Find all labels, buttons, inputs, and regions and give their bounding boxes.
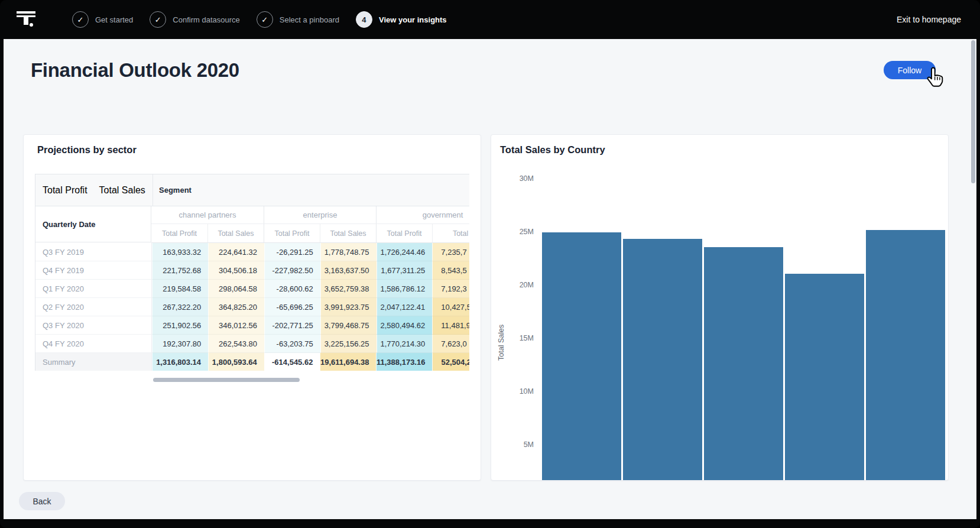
column-headers: channel partnersenterprisegovernmentTota…	[151, 206, 469, 243]
table-cell[interactable]: 163,933.32	[152, 243, 208, 261]
table-card: Projections by sector Total ProfitTotal …	[23, 134, 481, 481]
table-row: Q4 FY 2020192,307.80262,543.80-63,203.75…	[35, 335, 469, 353]
table-cell[interactable]: 3,652,759.38	[320, 280, 377, 298]
table-cell[interactable]: 346,012.56	[208, 316, 264, 335]
measure-header: Total Sales	[432, 224, 469, 242]
table-cell[interactable]: 1,586,786.12	[377, 280, 433, 298]
y-axis-label: Total Sales	[497, 304, 507, 381]
table-cell[interactable]: 221,752.68	[152, 261, 208, 280]
measure-header: Total Profit	[151, 224, 207, 242]
table-cell[interactable]: 192,307.80	[152, 335, 208, 353]
wizard-step[interactable]: 4View your insights	[356, 11, 447, 28]
measure-header: Total Profit	[264, 224, 320, 242]
table-cell[interactable]: 7,235,7	[432, 243, 469, 261]
table-cell[interactable]: 7,623,0	[432, 335, 469, 353]
table-cell[interactable]: 3,163,637.50	[320, 261, 377, 280]
table-cell[interactable]: 219,584.58	[152, 280, 208, 298]
chart-bar[interactable]	[785, 274, 864, 480]
table-cell[interactable]: 3,225,156.25	[320, 335, 377, 353]
y-axis-tick-label: 25M	[508, 228, 534, 236]
table-subheader-rows: Quarterly Datechannel partnersenterprise…	[35, 206, 469, 243]
table-cell[interactable]: 7,192,3	[432, 280, 469, 298]
group-header-row: channel partnersenterprisegovernment	[151, 206, 469, 224]
table-cell[interactable]: 2,580,494.62	[377, 316, 433, 335]
table-cell[interactable]: 1,770,214.30	[377, 335, 433, 353]
wizard-topbar: ✓Get started✓Confirm datasource✓Select a…	[0, 0, 980, 39]
table-cell[interactable]: -28,600.62	[264, 280, 320, 298]
table-cell[interactable]: 10,427,5	[432, 298, 469, 316]
y-axis-tick-label: 10M	[508, 387, 534, 396]
table-cell[interactable]: -227,982.50	[264, 261, 320, 280]
y-axis-tick-label: 5M	[508, 440, 534, 449]
table-cell[interactable]: 298,064.58	[208, 280, 264, 298]
chart-bar[interactable]	[623, 239, 702, 480]
table-row: Q2 FY 2020267,322.20364,825.20-65,696.25…	[35, 298, 469, 316]
table-row: Summary1,316,803.141,800,593.64-614,545.…	[35, 353, 469, 371]
table-cell[interactable]: 3,799,468.75	[320, 316, 377, 335]
corner-header-label: Total Sales	[99, 185, 145, 196]
measure-header-row: Total ProfitTotal SalesTotal ProfitTotal…	[151, 224, 469, 243]
measure-header: Total Sales	[320, 224, 376, 242]
check-icon: ✓	[150, 11, 166, 28]
page-title: Financial Outlook 2020	[31, 59, 239, 82]
wizard-step[interactable]: ✓Get started	[72, 11, 133, 28]
chart-bar[interactable]	[704, 247, 783, 480]
exit-to-homepage-link[interactable]: Exit to homepage	[897, 15, 961, 24]
table-cell[interactable]: -202,771.25	[264, 316, 320, 335]
chart-card-title: Total Sales by Country	[500, 144, 605, 156]
table-cell[interactable]: 267,322.20	[152, 298, 208, 316]
group-header: enterprise	[264, 206, 376, 223]
table-cell[interactable]: 3,991,923.75	[320, 298, 377, 316]
corner-header-label: Total Profit	[43, 185, 87, 196]
table-row: Q3 FY 2019163,933.32224,641.32-26,291.25…	[35, 243, 469, 261]
table-row: Q3 FY 2020251,902.56346,012.56-202,771.2…	[35, 316, 469, 335]
table-cell[interactable]: 2,047,122.41	[377, 298, 433, 316]
thoughtspot-logo-icon	[17, 11, 37, 28]
table-cell[interactable]: 364,825.20	[208, 298, 264, 316]
step-label: Select a pinboard	[280, 15, 339, 24]
table-cell[interactable]: -26,291.25	[264, 243, 320, 261]
row-label: Q1 FY 2020	[35, 280, 152, 298]
group-header: channel partners	[151, 206, 264, 223]
step-number: 4	[356, 11, 372, 28]
table-cell[interactable]: 1,316,803.14	[152, 353, 208, 371]
table-horizontal-scrollbar	[35, 377, 469, 383]
table-header-row: Total ProfitTotal SalesSegment	[35, 174, 469, 206]
table-horizontal-scrollbar-thumb[interactable]	[153, 378, 300, 382]
page-vertical-scrollbar-thumb[interactable]	[971, 40, 975, 183]
row-label: Q4 FY 2020	[35, 335, 152, 353]
table-cell[interactable]: 1,726,244.46	[377, 243, 433, 261]
pivot-table: Total ProfitTotal SalesSegmentQuarterly …	[35, 174, 469, 371]
step-label: View your insights	[379, 15, 447, 24]
table-cell[interactable]: 8,543,5	[432, 261, 469, 280]
chart-bar[interactable]	[866, 230, 945, 480]
table-cell[interactable]: 1,677,311.25	[377, 261, 433, 280]
table-cell[interactable]: -63,203.75	[264, 335, 320, 353]
table-cell[interactable]: 19,611,694.38	[320, 353, 376, 371]
wizard-step[interactable]: ✓Select a pinboard	[257, 11, 339, 28]
table-row: Q4 FY 2019221,752.68304,506.18-227,982.5…	[35, 261, 469, 280]
wizard-step[interactable]: ✓Confirm datasource	[150, 11, 239, 28]
table-cell[interactable]: 304,506.18	[208, 261, 264, 280]
table-card-title: Projections by sector	[37, 144, 137, 156]
row-label: Q2 FY 2020	[35, 298, 152, 316]
row-label: Summary	[35, 353, 152, 371]
measure-header: Total Sales	[207, 224, 264, 242]
table-cell[interactable]: 52,504,2	[432, 353, 469, 371]
table-cell[interactable]: 11,481,9	[432, 316, 469, 335]
table-cell[interactable]: 224,641.32	[208, 243, 264, 261]
follow-button[interactable]: Follow	[884, 61, 936, 79]
table-cell[interactable]: 262,543.80	[208, 335, 264, 353]
y-axis-tick-label: 30M	[508, 174, 534, 183]
table-cell[interactable]: 1,800,593.64	[208, 353, 264, 371]
segment-header: Segment	[152, 174, 469, 206]
y-axis-tick-label: 15M	[508, 334, 534, 342]
table-cell[interactable]: 11,388,173.16	[376, 353, 432, 371]
back-button[interactable]: Back	[19, 492, 65, 510]
table-cell[interactable]: 1,778,748.75	[320, 243, 377, 261]
chart-bar[interactable]	[542, 232, 621, 480]
corner-headers: Total ProfitTotal Sales	[35, 174, 152, 206]
table-cell[interactable]: 251,902.56	[152, 316, 208, 335]
table-cell[interactable]: -65,696.25	[264, 298, 320, 316]
table-cell[interactable]: -614,545.62	[264, 353, 320, 371]
